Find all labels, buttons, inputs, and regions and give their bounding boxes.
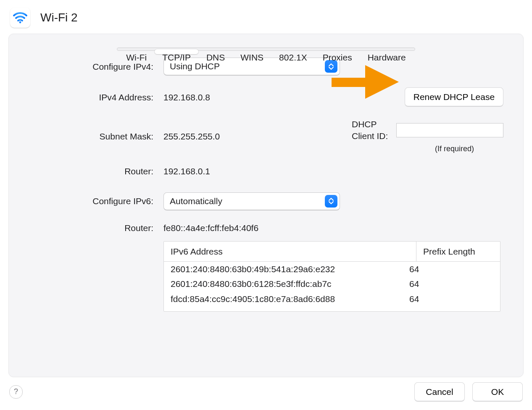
cancel-button[interactable]: Cancel [414,382,465,402]
ipv6-table-header-address: IPv6 Address [164,242,416,261]
wifi-icon [10,8,30,28]
tab-bar: Wi-Fi TCP/IP DNS WINS 802.1X Proxies Har… [117,47,415,51]
tab-proxies[interactable]: Proxies [315,49,360,54]
tab-hardware[interactable]: Hardware [360,49,413,54]
router-v6-value: fe80::4a4e:fcff:feb4:40f6 [163,222,502,234]
tab-wins[interactable]: WINS [233,49,271,54]
svg-point-0 [19,21,21,24]
router-v4-label: Router: [30,166,156,177]
router-v6-label: Router: [30,222,156,234]
table-row[interactable]: 2601:240:8480:63b0:49b:541a:29a6:e232 64 [164,262,500,276]
configure-ipv6-popup[interactable]: Automatically [163,192,340,210]
ipv6-table-header-prefix: Prefix Length [416,242,500,261]
configure-ipv6-value: Automatically [170,195,222,207]
help-button[interactable]: ? [9,385,23,399]
chevron-up-down-icon [325,195,337,208]
tab-8021x[interactable]: 802.1X [271,49,315,54]
configure-ipv4-label: Configure IPv4: [30,61,156,72]
tab-wifi[interactable]: Wi-Fi [119,49,154,54]
configure-ipv4-value: Using DHCP [170,60,220,72]
ipv6-prefix-cell: 64 [409,278,493,289]
tab-tcpip[interactable]: TCP/IP [155,49,198,54]
ipv6-address-cell: 2601:240:8480:63b0:49b:541a:29a6:e232 [171,263,409,275]
dhcp-client-id-note: (If required) [435,144,503,154]
table-row[interactable]: fdcd:85a4:cc9c:4905:1c80:e7a:8ad6:6d88 6… [164,292,500,306]
configure-ipv6-label: Configure IPv6: [30,195,156,207]
dhcp-client-id-label: DHCP Client ID: [352,118,390,142]
subnet-mask-value: 255.255.255.0 [163,131,344,142]
tab-dns[interactable]: DNS [199,49,232,54]
settings-panel: Wi-Fi TCP/IP DNS WINS 802.1X Proxies Har… [8,34,524,377]
ipv6-address-table: IPv6 Address Prefix Length 2601:240:8480… [163,241,500,312]
renew-dhcp-lease-button[interactable]: Renew DHCP Lease [405,87,503,107]
ipv6-address-cell: 2601:240:8480:63b0:6128:5e3f:ffdc:ab7c [171,278,409,289]
subnet-mask-label: Subnet Mask: [30,131,156,142]
ipv6-address-cell: fdcd:85a4:cc9c:4905:1c80:e7a:8ad6:6d88 [171,293,409,305]
ipv6-prefix-cell: 64 [409,293,493,305]
table-row[interactable]: 2601:240:8480:63b0:6128:5e3f:ffdc:ab7c 6… [164,276,500,291]
ipv4-address-label: IPv4 Address: [30,92,156,103]
ipv4-address-value: 192.168.0.8 [163,92,344,103]
dhcp-client-id-input[interactable] [396,123,503,137]
router-v4-value: 192.168.0.1 [163,166,344,177]
ipv6-prefix-cell: 64 [409,263,493,275]
ok-button[interactable]: OK [472,382,523,402]
page-title: Wi-Fi 2 [40,10,78,25]
